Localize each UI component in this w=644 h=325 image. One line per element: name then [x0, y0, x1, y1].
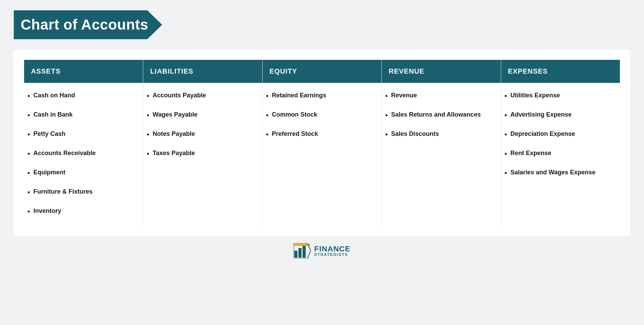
list-item: Inventory	[28, 207, 139, 216]
column-header-equity: EQUITY	[263, 60, 381, 83]
page-wrapper: Chart of Accounts ASSETSCash on HandCash…	[0, 0, 644, 272]
list-item: Common Stock	[266, 110, 378, 120]
list-item: Accounts Payable	[147, 91, 258, 101]
list-item: Utilities Expense	[505, 91, 616, 101]
page-title: Chart of Accounts	[21, 17, 148, 33]
account-list-assets: Cash on HandCash in BankPetty CashAccoun…	[24, 91, 143, 226]
finance-strategists-logo-icon	[294, 243, 311, 258]
list-item: Salaries and Wages Expense	[505, 168, 616, 178]
account-list-expenses: Utilities ExpenseAdvertising ExpenseDepr…	[501, 91, 620, 226]
list-item: Cash in Bank	[28, 110, 139, 120]
column-header-revenue: REVENUE	[382, 60, 500, 83]
column-header-expenses: EXPENSES	[501, 60, 620, 83]
column-equity: EQUITYRetained EarningsCommon StockPrefe…	[263, 60, 382, 226]
column-header-assets: ASSETS	[24, 60, 143, 83]
list-item: Sales Discounts	[385, 130, 497, 139]
list-item: Taxes Payable	[147, 149, 258, 159]
logo-strategists-label: STRATEGISTS	[314, 253, 350, 257]
list-item: Equipment	[28, 168, 139, 178]
list-item: Furniture & Fixtures	[28, 187, 139, 197]
list-item: Notes Payable	[147, 130, 258, 139]
logo-finance-label: FINANCE	[314, 245, 350, 253]
list-item: Sales Returns and Allowances	[385, 110, 497, 120]
column-expenses: EXPENSESUtilities ExpenseAdvertising Exp…	[501, 60, 620, 226]
svg-rect-2	[303, 245, 306, 258]
column-liabilities: LIABILITIESAccounts PayableWages Payable…	[143, 60, 262, 226]
account-list-revenue: RevenueSales Returns and AllowancesSales…	[382, 91, 500, 226]
list-item: Wages Payable	[147, 110, 258, 120]
list-item: Revenue	[385, 91, 497, 101]
footer-logo: FINANCE STRATEGISTS	[14, 243, 630, 258]
list-item: Petty Cash	[28, 130, 139, 139]
list-item: Retained Earnings	[266, 91, 378, 101]
logo-text: FINANCE STRATEGISTS	[314, 245, 350, 257]
list-item: Depreciation Expense	[505, 130, 616, 139]
chart-container: ASSETSCash on HandCash in BankPetty Cash…	[14, 50, 630, 236]
list-item: Advertising Expense	[505, 110, 616, 120]
list-item: Rent Expense	[505, 149, 616, 159]
column-header-liabilities: LIABILITIES	[143, 60, 262, 83]
list-item: Cash on Hand	[28, 91, 139, 101]
column-assets: ASSETSCash on HandCash in BankPetty Cash…	[24, 60, 143, 226]
svg-rect-1	[298, 248, 302, 258]
list-item: Preferred Stock	[266, 130, 378, 139]
title-banner: Chart of Accounts	[14, 10, 162, 39]
list-item: Accounts Receivable	[28, 149, 139, 159]
column-revenue: REVENUERevenueSales Returns and Allowanc…	[382, 60, 501, 226]
svg-rect-0	[294, 251, 297, 258]
account-list-liabilities: Accounts PayableWages PayableNotes Payab…	[143, 91, 262, 226]
account-list-equity: Retained EarningsCommon StockPreferred S…	[263, 91, 381, 226]
